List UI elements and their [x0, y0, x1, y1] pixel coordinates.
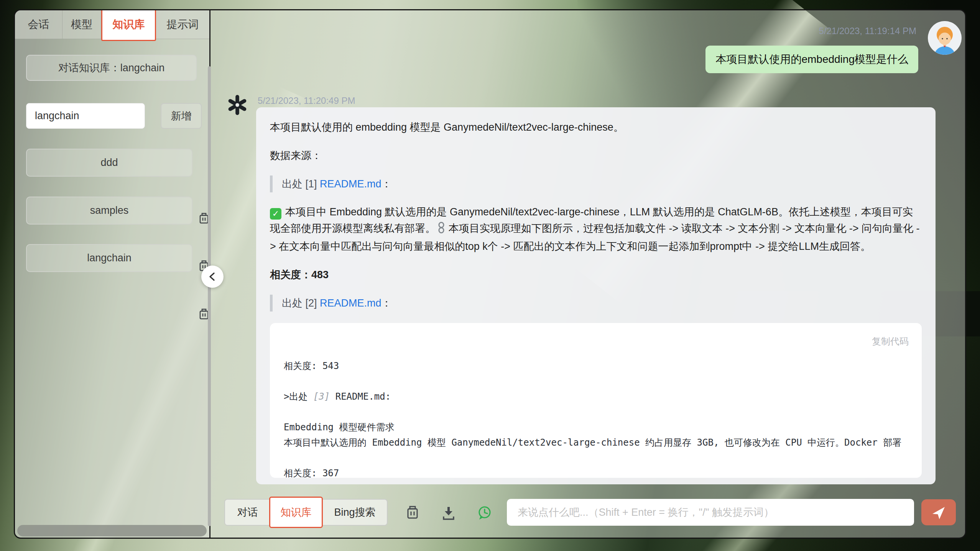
quote2-prefix: 出处 [2]: [282, 297, 320, 309]
user-message-bubble: 本项目默认使用的embedding模型是什么: [705, 46, 918, 73]
assistant-message-bubble: 本项目默认使用的 embedding 模型是 GanymedeNil/text2…: [256, 107, 936, 484]
source-quote-2: 出处 [2] README.md：: [270, 295, 922, 312]
code-line: Embedding 模型硬件需求: [284, 420, 908, 435]
sidebar-collapse-button[interactable]: [201, 266, 224, 288]
kb-item-empty: [26, 292, 192, 320]
quote2-suffix: ：: [381, 297, 392, 309]
copy-code-button[interactable]: 复制代码: [872, 333, 909, 350]
export-download-icon[interactable]: [441, 505, 457, 521]
kb-item-langchain[interactable]: langchain: [26, 244, 192, 272]
code-line: 相关度: 543: [284, 358, 908, 374]
user-avatar-illustration: [928, 21, 962, 55]
clear-conversation-icon[interactable]: [404, 505, 421, 521]
code-line: [284, 404, 908, 420]
mode-chat[interactable]: 对话: [224, 499, 270, 526]
kb-name-input[interactable]: [26, 103, 145, 129]
assistant-message-timestamp: 5/21/2023, 11:20:49 PM: [258, 95, 355, 106]
sidebar: 会话 模型 知识库 提示词 对话知识库：langchain 新增 ddd sam…: [15, 10, 210, 538]
sidebar-vertical-scrollbar[interactable]: [208, 66, 211, 526]
tab-prompt[interactable]: 提示词: [156, 10, 209, 39]
tab-model[interactable]: 模型: [62, 10, 101, 39]
message-input[interactable]: [507, 499, 914, 526]
code-block: 复制代码 相关度: 543 >出处 [3] README.md: Embeddi…: [270, 323, 922, 478]
code-line: 相关度: 367: [284, 466, 908, 478]
quote1-suffix: ：: [381, 178, 392, 190]
chevron-left-icon: [207, 271, 218, 282]
add-kb-button[interactable]: 新增: [161, 103, 202, 129]
active-knowledge-base-label: 对话知识库：langchain: [26, 55, 197, 81]
chain-emoji: [437, 222, 446, 238]
app-window: 会话 模型 知识库 提示词 对话知识库：langchain 新增 ddd sam…: [14, 9, 966, 539]
quote1-prefix: 出处 [1]: [282, 178, 320, 190]
code-line: 本项目中默认选用的 Embedding 模型 GanymedeNil/text2…: [284, 435, 908, 450]
mode-bing-search[interactable]: Bing搜索: [322, 499, 388, 526]
sidebar-tabs: 会话 模型 知识库 提示词: [15, 10, 209, 39]
sidebar-horizontal-scrollbar[interactable]: [17, 525, 207, 536]
kb-item-ddd[interactable]: ddd: [26, 149, 192, 177]
readme-link-2[interactable]: README.md: [320, 297, 381, 309]
source-quote-1: 出处 [1] README.md：: [270, 175, 922, 192]
tab-conversation[interactable]: 会话: [15, 10, 62, 39]
code-line: [284, 374, 908, 389]
check-mark-emoji: ✓: [270, 208, 281, 220]
mode-switcher: 对话 知识库 Bing搜索: [224, 499, 388, 526]
mode-knowledge-base[interactable]: 知识库: [269, 497, 323, 528]
send-button[interactable]: [921, 499, 956, 525]
history-clock-icon[interactable]: [477, 505, 493, 521]
user-message-timestamp: 5/21/2023, 11:19:14 PM: [819, 26, 916, 36]
kb-item-samples[interactable]: samples: [26, 197, 192, 225]
assistant-para-source-label: 数据来源：: [270, 147, 922, 164]
user-avatar: [928, 21, 962, 55]
readme-link-1[interactable]: README.md: [320, 178, 381, 190]
paper-plane-icon: [930, 504, 947, 521]
code-line: >出处 [3] README.md:: [284, 389, 908, 404]
openai-logo-icon: [227, 94, 248, 116]
tab-knowledge-base[interactable]: 知识库: [101, 9, 156, 41]
assistant-para-model: 本项目默认使用的 embedding 模型是 GanymedeNil/text2…: [270, 119, 922, 136]
code-line: [284, 450, 908, 466]
assistant-para-detail: ✓本项目中 Embedding 默认选用的是 GanymedeNil/text2…: [270, 204, 922, 255]
relevance-score: 相关度：483: [270, 266, 922, 283]
